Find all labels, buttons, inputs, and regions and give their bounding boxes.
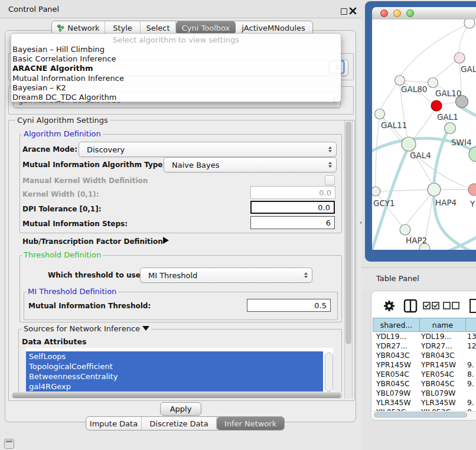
network-node[interactable]: [431, 100, 442, 111]
column-header-name[interactable]: name: [419, 318, 466, 332]
table-cell[interactable]: 8.: [467, 370, 474, 379]
dropdown-item-selected[interactable]: ARACNE Algorithm: [11, 64, 341, 73]
table-cell[interactable]: YDL19...: [376, 332, 406, 341]
minimized-panel-icon[interactable]: [4, 439, 14, 449]
hub-expand-arrow-icon[interactable]: [163, 237, 169, 244]
list-item[interactable]: BetweennessCentrality: [26, 371, 323, 381]
tab-infer-network-label: Infer Network: [224, 419, 276, 428]
network-node[interactable]: [375, 109, 385, 119]
mi-type-combo[interactable]: Naive Bayes: [164, 157, 337, 172]
application-window: Control Panel Inference Algorithm Table …: [0, 0, 476, 450]
list-item[interactable]: SelfLoops: [26, 351, 323, 361]
stepper-arrows-icon: [304, 272, 308, 278]
close-window-icon[interactable]: [380, 9, 388, 17]
list-item[interactable]: gal4RGexp: [26, 381, 323, 392]
kernel-width-input[interactable]: 0.0: [250, 186, 335, 199]
select-all-icon[interactable]: [423, 302, 439, 310]
list-item[interactable]: TopologicalCoefficient: [26, 361, 323, 371]
tab-style[interactable]: Style: [105, 21, 141, 34]
data-attributes-list: SelfLoops TopologicalCoefficient Between…: [26, 348, 333, 392]
table-cell[interactable]: YBR043C: [421, 351, 455, 360]
table-cell[interactable]: 9.: [467, 361, 474, 369]
network-node[interactable]: [400, 224, 410, 235]
table-cell[interactable]: YLR345W: [376, 399, 411, 407]
tab-jactivemnodules[interactable]: jActiveMNodules: [235, 21, 312, 34]
tab-cyni-toolbox[interactable]: Cyni Toolbox: [176, 21, 236, 34]
network-node[interactable]: [428, 183, 441, 196]
mit-input[interactable]: 0.5: [247, 299, 331, 312]
dropdown-prompt: Select algorithm to view settings: [11, 34, 341, 45]
column-header-partial[interactable]: [465, 318, 476, 332]
mi-steps-input[interactable]: 6: [250, 216, 335, 229]
dropdown-item[interactable]: Mutual Information Inference: [11, 74, 341, 83]
tab-infer-network[interactable]: Infer Network: [217, 417, 284, 430]
deselect-all-icon[interactable]: [443, 302, 459, 310]
dpi-tolerance-label: DPI Tolerance [0,1]:: [22, 205, 102, 213]
table-cell[interactable]: YPR145W: [376, 361, 411, 369]
table-cell[interactable]: YBL079W: [421, 389, 455, 397]
network-node[interactable]: [395, 76, 405, 86]
table-cell[interactable]: 12: [467, 342, 476, 350]
network-node[interactable]: [445, 123, 456, 134]
tab-discretize-data[interactable]: Discretize Data: [142, 417, 217, 430]
table-cell[interactable]: YDL19...: [421, 332, 451, 341]
tab-impute-data[interactable]: Impute Data: [86, 417, 142, 430]
data-attributes-label: Data Attributes: [22, 337, 86, 346]
network-node[interactable]: [428, 78, 438, 88]
table-cell[interactable]: 9.: [467, 380, 474, 388]
table-cell[interactable]: YPR145W: [421, 361, 456, 369]
network-node[interactable]: [454, 53, 465, 63]
table-cell[interactable]: YBL079W: [376, 389, 410, 397]
columns-icon[interactable]: [403, 299, 418, 314]
table-cell[interactable]: 13: [467, 332, 476, 341]
dropdown-item[interactable]: Dream8 DC_TDC Algorithm: [11, 93, 341, 102]
network-node[interactable]: [372, 187, 380, 196]
tab-select[interactable]: Select: [141, 21, 176, 34]
node-label: GAL11: [381, 120, 407, 130]
table-hscrollbar-thumb[interactable]: [374, 412, 467, 418]
list-scrollbar-thumb[interactable]: [325, 353, 333, 392]
network-canvas[interactable]: GAL GAL80 GAL10 GAL1 GAL11 SWI4 GAL4 GCY…: [372, 19, 476, 250]
float-panel-icon[interactable]: [341, 8, 347, 15]
aracne-mode-combo[interactable]: Discovery: [79, 142, 337, 157]
network-node[interactable]: [468, 184, 476, 195]
settings-scrollbar-thumb[interactable]: [345, 122, 351, 344]
tab-network[interactable]: Network: [52, 21, 105, 34]
new-table-icon[interactable]: [469, 298, 476, 314]
network-node[interactable]: [402, 137, 416, 151]
tab-select-label: Select: [146, 24, 169, 32]
column-header-shared-name[interactable]: shared...: [373, 318, 420, 332]
dropdown-item[interactable]: Bayesian – K2: [11, 83, 341, 93]
table-cell[interactable]: YER054C: [376, 370, 409, 379]
mi-type-value: Naive Bayes: [172, 161, 219, 169]
table-cell[interactable]: YBR045C: [421, 380, 455, 388]
dpi-tolerance-input[interactable]: 0.0: [250, 201, 335, 214]
collapse-arrow-icon[interactable]: [142, 326, 149, 331]
tab-network-label: Network: [67, 24, 99, 32]
mit-value: 0.5: [314, 301, 327, 310]
table-cell[interactable]: YBR043C: [376, 351, 410, 360]
table-cell[interactable]: YDR27...: [376, 342, 407, 350]
apply-button-label: Apply: [170, 405, 192, 413]
which-threshold-combo[interactable]: MI Threshold: [140, 268, 312, 283]
dropdown-item[interactable]: Bayesian – Hill Climbing: [11, 45, 341, 54]
settings-hscrollbar-thumb[interactable]: [12, 393, 341, 398]
manual-kernel-checkbox[interactable]: [325, 175, 335, 185]
table-cell[interactable]: YLR345W: [421, 399, 456, 407]
table-cell[interactable]: YDR27...: [421, 342, 452, 350]
node-label: GAL4: [410, 151, 431, 160]
zoom-window-icon[interactable]: [406, 9, 414, 17]
table-cell[interactable]: 9.: [467, 399, 474, 407]
close-panel-icon[interactable]: [349, 7, 357, 15]
node-label: SWI4: [451, 138, 472, 147]
gear-icon[interactable]: [382, 299, 396, 313]
table-cell[interactable]: YER054C: [421, 370, 454, 379]
hub-definition-label[interactable]: Hub/Transcription Factor Definition: [22, 237, 163, 246]
network-node[interactable]: [464, 19, 475, 28]
network-window-titlebar[interactable]: [372, 7, 476, 19]
minimize-window-icon[interactable]: [393, 9, 401, 17]
apply-button[interactable]: Apply: [160, 402, 201, 416]
node-label: HAP2: [406, 236, 427, 245]
dropdown-item[interactable]: Basic Correlation Inference: [11, 54, 341, 64]
table-cell[interactable]: YBR045C: [376, 380, 410, 388]
